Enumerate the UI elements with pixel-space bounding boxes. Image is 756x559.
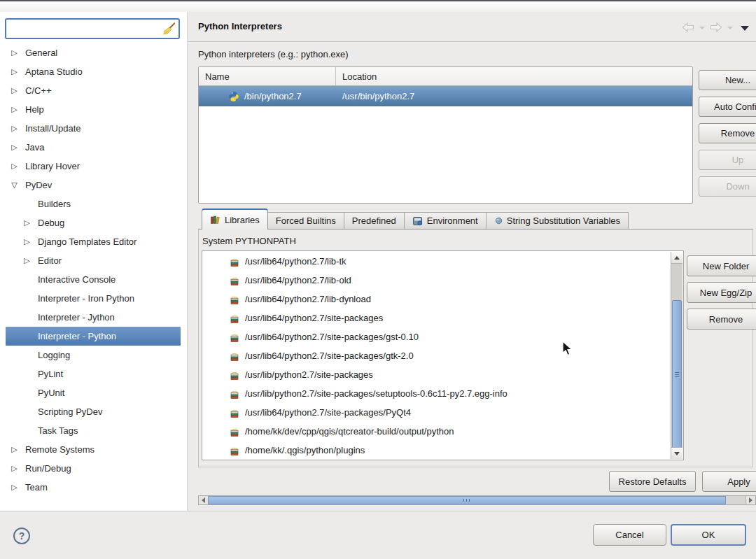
scrollbar-thumb[interactable] xyxy=(208,496,726,504)
interpreters-table[interactable]: Name Location /bin/python2.7 /usr/bin/py… xyxy=(198,66,693,204)
horizontal-scrollbar[interactable] xyxy=(198,495,756,505)
clear-filter-broom-icon[interactable] xyxy=(162,22,176,36)
cancel-button[interactable]: Cancel xyxy=(593,524,666,546)
filter-search-box[interactable] xyxy=(5,18,180,39)
list-item[interactable]: /usr/lib64/python2.7/site-packages/gst-0… xyxy=(202,327,671,346)
sidebar-item-interpreter-python[interactable]: Interpreter - Python xyxy=(6,327,181,346)
expand-arrow-icon[interactable] xyxy=(10,483,19,492)
list-item[interactable]: /usr/lib64/python2.7/lib-old xyxy=(202,271,671,290)
sidebar-item-library-hover[interactable]: Library Hover xyxy=(6,157,181,176)
sidebar-item-pyunit[interactable]: PyUnit xyxy=(6,383,181,402)
table-row[interactable]: /bin/python2.7 /usr/bin/python2.7 xyxy=(199,86,692,106)
sidebar-item-debug[interactable]: Debug xyxy=(6,213,181,232)
list-item[interactable]: /usr/lib64/python2.7/lib-tk xyxy=(202,252,671,271)
list-item[interactable]: /usr/lib/python2.7/site-packages xyxy=(202,365,671,384)
scroll-up-button[interactable] xyxy=(671,252,682,264)
expand-arrow-icon[interactable] xyxy=(10,67,19,76)
expand-arrow-icon[interactable] xyxy=(22,237,31,246)
sidebar-item-remote-systems[interactable]: Remote Systems xyxy=(6,440,181,459)
sidebar-item-label: Remote Systems xyxy=(25,444,94,455)
remove-path-button[interactable]: Remove xyxy=(687,309,756,330)
down-button[interactable]: Down xyxy=(699,176,756,197)
list-item[interactable]: /usr/lib64/python2.7/site-packages/PyQt4 xyxy=(202,403,671,422)
environment-icon xyxy=(412,215,424,227)
back-history-chevron-icon[interactable] xyxy=(699,27,705,29)
apply-button[interactable]: Apply xyxy=(702,471,756,492)
sidebar-item-team[interactable]: Team xyxy=(6,478,181,497)
tab-label: String Substitution Variables xyxy=(507,215,620,226)
sidebar-item-label: Interpreter - Jython xyxy=(38,312,115,323)
scroll-down-button[interactable] xyxy=(671,447,682,459)
path-text: /home/kk/.qgis/python/plugins xyxy=(245,445,365,455)
pythonpath-list[interactable]: /usr/lib64/python2.7/lib-tk /usr/lib64/p… xyxy=(202,250,684,460)
expand-arrow-icon[interactable] xyxy=(22,256,31,265)
sidebar-item-logging[interactable]: Logging xyxy=(6,346,181,365)
expand-arrow-icon[interactable] xyxy=(10,86,19,95)
view-menu-icon[interactable] xyxy=(741,26,749,31)
scroll-right-button[interactable] xyxy=(746,496,755,504)
sidebar-item-install-update[interactable]: Install/Update xyxy=(6,119,181,138)
auto-config-button[interactable]: Auto Config xyxy=(699,97,756,117)
list-item[interactable]: /home/kk/.qgis/python/plugins xyxy=(202,441,671,459)
vertical-scrollbar[interactable] xyxy=(671,252,682,459)
expand-arrow-icon[interactable] xyxy=(22,218,31,227)
sidebar-item-editor[interactable]: Editor xyxy=(6,251,181,270)
sidebar-item-pylint[interactable]: PyLint xyxy=(6,365,181,383)
tab-string-substitution-variables[interactable]: String Substitution Variables xyxy=(486,212,629,229)
sidebar-item-label: Aptana Studio xyxy=(25,66,83,77)
new-interpreter-button[interactable]: New... xyxy=(699,70,756,90)
sidebar-item-builders[interactable]: Builders xyxy=(6,194,181,213)
column-header-location[interactable]: Location xyxy=(336,67,692,85)
forward-history-chevron-icon[interactable] xyxy=(727,27,733,29)
sidebar-item-aptana-studio[interactable]: Aptana Studio xyxy=(6,62,181,81)
sidebar-item-scripting-pydev[interactable]: Scripting PyDev xyxy=(6,402,181,421)
page-header: Python Interpreters xyxy=(188,12,756,42)
sidebar-item-java[interactable]: Java xyxy=(6,138,181,157)
triangle-right-icon xyxy=(749,497,752,503)
back-arrow-icon[interactable] xyxy=(682,22,694,32)
path-text: /usr/lib64/python2.7/site-packages/gst-0… xyxy=(245,332,419,342)
sidebar-item-django-templates-editor[interactable]: Django Templates Editor xyxy=(6,232,181,251)
list-item[interactable]: /usr/lib64/python2.7/site-packages/gtk-2… xyxy=(202,346,671,365)
expand-arrow-icon[interactable] xyxy=(10,124,19,133)
interpreter-name: /bin/python2.7 xyxy=(244,91,302,101)
column-header-name[interactable]: Name xyxy=(199,67,336,85)
scroll-left-button[interactable] xyxy=(199,496,209,504)
sidebar-item-run-debug[interactable]: Run/Debug xyxy=(6,459,181,478)
tab-libraries[interactable]: Libraries xyxy=(202,208,268,229)
sidebar-item-interactive-console[interactable]: Interactive Console xyxy=(6,270,181,289)
list-item[interactable]: /home/kk/dev/cpp/qgis/qtcreator-build/ou… xyxy=(202,422,671,441)
library-icon xyxy=(229,426,240,437)
list-item[interactable]: /usr/lib64/python2.7/lib-dynload xyxy=(202,290,671,309)
expand-arrow-icon[interactable] xyxy=(10,464,19,473)
sidebar-item-task-tags[interactable]: Task Tags xyxy=(6,421,181,440)
up-button[interactable]: Up xyxy=(699,150,756,170)
help-button[interactable]: ? xyxy=(13,528,30,544)
sidebar-item-c-cpp[interactable]: C/C++ xyxy=(6,81,181,100)
sidebar-item-pydev[interactable]: PyDev xyxy=(6,176,181,194)
list-item[interactable]: /usr/lib64/python2.7/site-packages xyxy=(202,309,671,327)
ok-button[interactable]: OK xyxy=(671,524,746,546)
sidebar-item-help[interactable]: Help xyxy=(6,100,181,119)
expand-arrow-icon[interactable] xyxy=(10,105,19,114)
list-item[interactable]: /usr/lib/python2.7/site-packages/setupto… xyxy=(202,384,671,403)
sidebar-item-interpreter-jython[interactable]: Interpreter - Jython xyxy=(6,308,181,327)
scrollbar-thumb[interactable] xyxy=(672,300,682,450)
collapse-arrow-icon[interactable] xyxy=(10,181,19,190)
expand-arrow-icon[interactable] xyxy=(10,162,19,171)
new-egg-zip-button[interactable]: New Egg/Zip xyxy=(687,282,756,303)
tab-predefined[interactable]: Predefined xyxy=(344,212,405,229)
remove-interpreter-button[interactable]: Remove xyxy=(699,123,756,143)
expand-arrow-icon[interactable] xyxy=(10,48,19,57)
forward-arrow-icon[interactable] xyxy=(710,22,722,32)
tab-environment[interactable]: Environment xyxy=(405,212,486,229)
library-icon xyxy=(229,294,240,305)
new-folder-button[interactable]: New Folder xyxy=(687,255,756,276)
expand-arrow-icon[interactable] xyxy=(10,445,19,454)
tab-forced-builtins[interactable]: Forced Builtins xyxy=(268,212,344,229)
sidebar-item-general[interactable]: General xyxy=(6,43,181,62)
restore-defaults-button[interactable]: Restore Defaults xyxy=(609,471,696,492)
sidebar-item-interpreter-iron-python[interactable]: Interpreter - Iron Python xyxy=(6,289,181,308)
expand-arrow-icon[interactable] xyxy=(10,143,19,152)
search-input[interactable] xyxy=(9,20,162,37)
